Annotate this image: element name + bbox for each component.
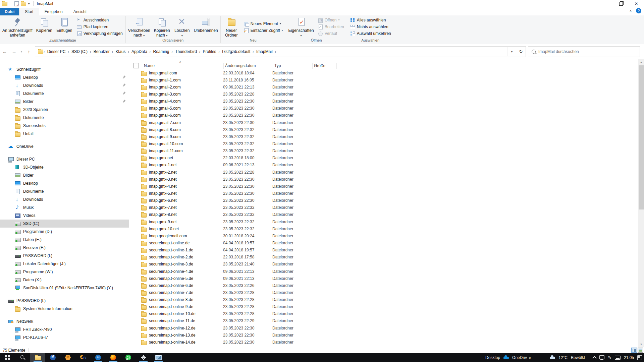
sidebar-item-ssd-c[interactable]: SSD (C:) (0, 220, 129, 228)
breadcrumb-item-appdata[interactable]: AppData (129, 49, 149, 54)
sidebar-item-system-volume-information[interactable]: System Volume Information (0, 305, 129, 313)
tab-ansicht[interactable]: Ansicht (68, 8, 92, 15)
history-button[interactable]: Verlauf (318, 31, 344, 37)
tab-datei[interactable]: Datei (0, 8, 19, 15)
sidebar-item-3d-objekte[interactable]: 3D-Objekte (0, 163, 129, 171)
file-row-imap-gmx-6-net[interactable]: imap.gmx-6.net23.05.2023 22:30Dateiordne… (129, 197, 638, 204)
file-row-imap-gmail-5-com[interactable]: imap.gmail-5.com23.05.2023 22:30Dateiord… (129, 105, 638, 112)
file-row-secureimap-t-online-de[interactable]: secureimap.t-online.de04.04.2018 19:57Da… (129, 239, 638, 246)
taskbar-firefox-button[interactable] (106, 353, 121, 362)
copy-path-button[interactable]: Pfad kopieren (76, 24, 123, 30)
new-item-button[interactable]: Neues Element ▾ (244, 21, 283, 27)
breadcrumb-item-ssd-c[interactable]: SSD (C:) (69, 49, 90, 54)
search-box[interactable]: ImapMail durchsuchen (528, 46, 640, 57)
close-button[interactable]: ✕ (629, 0, 644, 7)
taskbar-app-m-button[interactable] (45, 353, 60, 362)
sidebar-item-bilder[interactable]: Bilder (0, 98, 129, 106)
sidebar-item-onedrive[interactable]: OneDrive (0, 142, 129, 150)
breadcrumb-item-t7s2gzib-default[interactable]: t7s2gzib.default (220, 49, 252, 54)
sidebar-item-programme-w[interactable]: Programme (W:) (0, 268, 129, 276)
select-none-button[interactable]: Nichts auswählen (350, 24, 391, 30)
scroll-up-icon[interactable]: ▲ (638, 59, 644, 65)
paste-shortcut-button[interactable]: Verknüpfung einfügen (76, 31, 123, 37)
delete-button[interactable]: Löschen▾ (172, 16, 192, 38)
pin-to-quick-access-button[interactable]: An Schnellzugriffanheften (1, 16, 34, 38)
temperature-label[interactable]: 12°C (558, 355, 568, 360)
file-row-imap-gmail-9-com[interactable]: imap.gmail-9.com23.05.2023 22:32Dateiord… (129, 133, 638, 140)
up-button[interactable]: ↑ (24, 49, 34, 54)
taskbar-app-euro-button[interactable] (75, 353, 91, 362)
select-all-checkbox[interactable] (133, 63, 139, 68)
onedrive-label[interactable]: OneDriv (512, 355, 527, 360)
sidebar-item-bilder[interactable]: Bilder (0, 171, 129, 179)
weather-icon[interactable] (550, 357, 555, 359)
move-to-button[interactable]: Verschiebennach ▾ (126, 16, 152, 38)
column-header-size[interactable]: Größe (313, 63, 337, 69)
touch-keyboard-icon[interactable] (615, 356, 621, 360)
file-row-imap-gmail-6-com[interactable]: imap.gmail-6.com23.05.2023 22:30Dateiord… (129, 112, 638, 119)
sidebar-item-2023-spanien[interactable]: 2023 Spanien (0, 106, 129, 114)
sidebar-item-lokaler-datentr-ger-j[interactable]: Lokaler Datenträger (J:) (0, 260, 129, 268)
sidebar-item-downloads[interactable]: Downloads (0, 195, 129, 203)
file-row-secureimap-t-online-3-de[interactable]: secureimap.t-online-3.de23.05.2023 21:40… (129, 261, 638, 268)
taskbar-thunderbird-button[interactable] (91, 353, 106, 362)
network-tray-icon[interactable] (599, 355, 604, 359)
edit-button[interactable]: Bearbeiten (318, 24, 344, 30)
collapse-ribbon-icon[interactable]: ∧ (629, 9, 632, 13)
taskbar-screenshot-tool-button[interactable] (151, 353, 166, 362)
tab-start[interactable]: Start (19, 8, 39, 15)
file-row-imap-gmx-4-net[interactable]: imap.gmx-4.net23.05.2023 22:30Dateiordne… (129, 183, 638, 190)
recent-locations-caret-icon[interactable]: ▾ (19, 50, 24, 53)
file-row-imap-gmx-10-net[interactable]: imap.gmx-10.net23.05.2023 22:32Dateiordn… (129, 225, 638, 232)
file-row-imap-gmx-3-net[interactable]: imap.gmx-3.net23.05.2023 22:30Dateiordne… (129, 176, 638, 183)
file-row-secureimap-t-online-14-de[interactable]: secureimap.t-online-14.de23.05.2023 22:3… (129, 339, 638, 346)
file-row-secureimap-t-online-4-de[interactable]: secureimap.t-online-4.de09.06.2021 22:13… (129, 268, 638, 275)
breadcrumb-item-profiles[interactable]: Profiles (201, 49, 218, 54)
file-row-imap-gmail-com[interactable]: imap.gmail.com22.03.2018 18:04Dateiordne… (129, 69, 638, 76)
onedrive-icon[interactable] (503, 357, 509, 359)
forward-button[interactable]: → (9, 49, 19, 54)
sidebar-item-fritzbox-7490[interactable]: FRITZBox-7490 (0, 325, 129, 334)
sidebar-item-dokumente[interactable]: Dokumente (0, 89, 129, 98)
sidebar-item-daten-x[interactable]: Daten (X:) (0, 276, 129, 284)
sidebar-item-programme-d[interactable]: Programme (D:) (0, 228, 129, 236)
breadcrumb-item-roaming[interactable]: Roaming (151, 49, 171, 54)
sidebar-item-screenshots[interactable]: Screenshots (0, 122, 129, 130)
copy-button[interactable]: Kopieren (34, 16, 54, 34)
file-row-secureimap-t-online-5-de[interactable]: secureimap.t-online-5.de09.06.2021 22:13… (129, 275, 638, 282)
sidebar-item-dieser-pc[interactable]: Dieser PC (0, 155, 129, 163)
file-row-imap-gmail-4-com[interactable]: imap.gmail-4.com23.05.2023 22:30Dateiord… (129, 98, 638, 105)
details-view-toggle[interactable] (631, 348, 637, 353)
refresh-icon[interactable]: ↻ (516, 47, 526, 56)
restore-button[interactable] (613, 0, 629, 7)
file-row-imap-gmx-1-net[interactable]: imap.gmx-1.net09.06.2021 22:13Dateiordne… (129, 162, 638, 169)
file-row-secureimap-t-online-6-de[interactable]: secureimap.t-online-6.de23.05.2023 22:26… (129, 282, 638, 289)
taskbar-start-button[interactable] (0, 353, 15, 362)
paste-button[interactable]: Einfügen (54, 16, 74, 34)
breadcrumb-item-imapmail[interactable]: ImapMail (254, 49, 275, 54)
sidebar-item-password-i[interactable]: PASSWORD (I:) (0, 297, 129, 305)
sidebar-item-recover-f[interactable]: Recover (F:) (0, 244, 129, 252)
file-row-secureimap-t-online-13-de[interactable]: secureimap.t-online-13.de23.05.2023 22:3… (129, 331, 638, 339)
invert-selection-button[interactable]: Auswahl umkehren (350, 31, 391, 37)
taskbar-search-button[interactable] (15, 353, 30, 362)
sidebar-item-dokumente[interactable]: Dokumente (0, 187, 129, 195)
file-row-imap-gmx-7-net[interactable]: imap.gmx-7.net23.05.2023 22:32Dateiordne… (129, 204, 638, 211)
scroll-down-icon[interactable]: ▼ (638, 342, 644, 347)
taskbar-settings-button[interactable] (136, 353, 151, 362)
sidebar-item-desktop[interactable]: Desktop (0, 73, 129, 81)
column-header-type[interactable]: Typ (273, 63, 313, 69)
file-row-secureimap-t-online-9-de[interactable]: secureimap.t-online-9.de23.05.2023 22:28… (129, 303, 638, 310)
file-row-secureimap-t-online-2-de[interactable]: secureimap.t-online-2.de22.03.2018 17:58… (129, 254, 638, 261)
help-icon[interactable]: ? (636, 8, 641, 13)
sidebar-item-dokumente[interactable]: Dokumente (0, 114, 129, 122)
sidebar-item-daten-e[interactable]: Daten (E:) (0, 236, 129, 244)
file-row-secureimap-t-online-11-de[interactable]: secureimap.t-online-11.de23.05.2023 22:2… (129, 317, 638, 324)
breadcrumb-item-benutzer[interactable]: Benutzer (92, 49, 112, 54)
sidebar-item-sandisk-ultra-01-fritz-nas-fritzbox-7490-y[interactable]: SanDisk-Ultra-01 (\\Fritz.Nas\FRITZBox-7… (0, 284, 129, 292)
hidden-icons-chevron-icon[interactable] (592, 356, 597, 360)
taskbar-overflow-icon[interactable]: » (529, 356, 531, 360)
sidebar-item-pc-klaus-i7[interactable]: PC-KLAUS-I7 (0, 334, 129, 342)
file-row-imap-gmx-2-net[interactable]: imap.gmx-2.net23.05.2023 22:28Dateiordne… (129, 169, 638, 176)
taskbar-app-hexagon-button[interactable] (60, 353, 75, 362)
